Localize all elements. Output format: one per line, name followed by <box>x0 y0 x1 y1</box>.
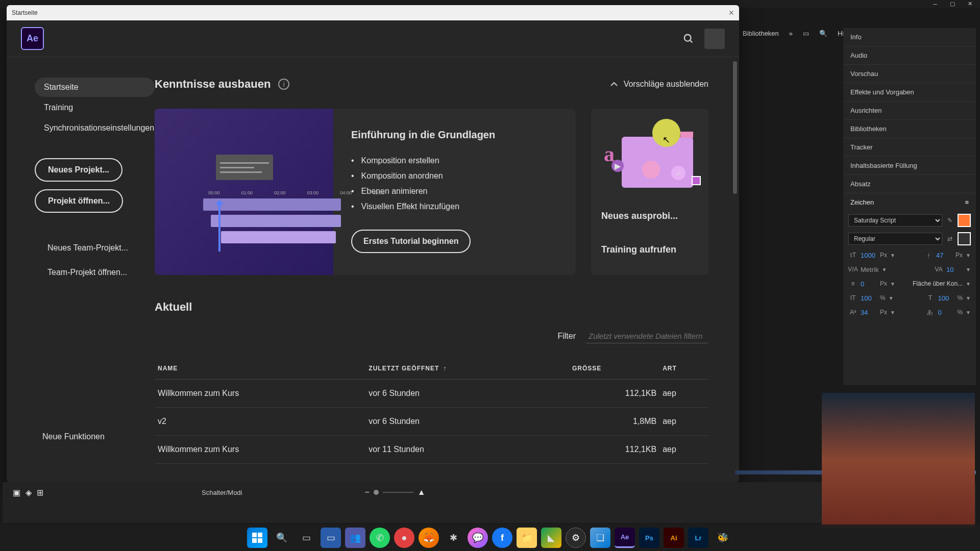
new-features-link[interactable]: Neue Funktionen <box>35 432 155 441</box>
filter-input[interactable] <box>586 329 708 343</box>
taskbar-edge[interactable]: ▭ <box>321 528 341 548</box>
scrollbar[interactable] <box>733 61 737 194</box>
start-tutorial-button[interactable]: Erstes Tutorial beginnen <box>351 230 471 253</box>
webcam-overlay <box>822 393 975 528</box>
open-team-project-link[interactable]: Team-Projekt öffnen... <box>35 268 155 277</box>
font-style-select[interactable]: Regular <box>848 233 942 245</box>
panel-preview[interactable]: Vorschau <box>843 65 976 83</box>
open-training-link[interactable]: Training aufrufen <box>601 244 698 255</box>
vscale-icon: IT <box>848 293 857 303</box>
taskbar-whatsapp[interactable]: ✆ <box>370 528 390 548</box>
zoom-slider[interactable] <box>374 490 379 495</box>
new-project-button[interactable]: Neues Projekt... <box>35 158 122 182</box>
svg-line-1 <box>690 40 693 42</box>
col-size[interactable]: GRÖSSE <box>569 358 659 380</box>
col-opened[interactable]: ZULETZT GEÖFFNET↑ <box>365 358 569 380</box>
panel-menu-icon[interactable]: ≡ <box>965 198 969 206</box>
font-size-value[interactable]: 1000 <box>861 252 877 259</box>
table-row[interactable]: Willkommen zum Kurs vor 6 Stunden 112,1K… <box>155 380 708 408</box>
graph-icon[interactable]: ⊞ <box>37 488 43 497</box>
toggle-suggestions[interactable]: Vorschläge ausblenden <box>610 80 708 89</box>
panel-info[interactable]: Info <box>843 28 976 46</box>
leading-value[interactable]: 47 <box>936 252 952 259</box>
info-icon[interactable]: i <box>278 79 289 90</box>
vscale-value[interactable]: 100 <box>861 294 877 302</box>
taskbar-lightroom[interactable]: Lr <box>688 528 708 548</box>
sidebar-item-home[interactable]: Startseite <box>35 78 155 97</box>
search-button[interactable]: 🔍 <box>272 528 292 548</box>
panel-content-fill[interactable]: Inhaltsbasierte Füllung <box>843 157 976 175</box>
expand-icon[interactable]: » <box>789 30 793 37</box>
open-project-button[interactable]: Projekt öffnen... <box>35 189 123 213</box>
stroke-color-swatch[interactable] <box>958 232 971 245</box>
maximize-button[interactable]: ▢ <box>950 1 955 7</box>
tsume-value[interactable]: 0 <box>938 309 954 316</box>
font-family-select[interactable]: Saturday Script <box>848 214 942 227</box>
taskbar-illustrator[interactable]: Ai <box>664 528 684 548</box>
taskbar-obs[interactable]: ⚙ <box>566 528 586 548</box>
close-button[interactable]: ✕ <box>968 1 972 7</box>
taskbar-explorer[interactable]: 📁 <box>517 528 537 548</box>
tsume-icon: あ <box>925 308 935 317</box>
taskbar-app2[interactable]: ✱ <box>443 528 463 548</box>
panel-icon[interactable]: ▭ <box>803 30 809 37</box>
stroke-value[interactable]: 0 <box>861 280 877 288</box>
start-button[interactable] <box>247 528 267 548</box>
panel-align[interactable]: Ausrichten <box>843 102 976 120</box>
taskbar-drive[interactable]: ◣ <box>541 528 561 548</box>
panel-libraries[interactable]: Bibliotheken <box>843 120 976 138</box>
taskbar-photoshop[interactable]: Ps <box>639 528 659 548</box>
dropdown-icon[interactable]: ▼ <box>890 253 895 258</box>
fill-color-swatch[interactable] <box>958 214 971 227</box>
col-name[interactable]: NAME <box>155 358 365 380</box>
taskbar-app[interactable]: ● <box>394 528 414 548</box>
switches-icon[interactable]: ▣ <box>13 488 20 497</box>
hscale-value[interactable]: 100 <box>938 294 954 302</box>
intro-card: 00:00 01:00 02:00 03:00 04:00 05:00 <box>155 109 576 275</box>
tracking-value[interactable]: 10 <box>946 266 963 273</box>
kerning-value[interactable]: Metrik <box>861 266 878 273</box>
switches-label[interactable]: Schalter/Modi <box>202 489 242 496</box>
col-type[interactable]: ART <box>659 358 708 380</box>
taskbar-messenger[interactable]: 💬 <box>468 528 488 548</box>
swap-icon[interactable]: ⇄ <box>945 234 954 243</box>
baseline-icon: Aª <box>848 308 857 317</box>
taskbar-aftereffects[interactable]: Ae <box>615 528 635 548</box>
baseline-value[interactable]: 34 <box>861 309 877 316</box>
try-new-card[interactable]: a ✓ ↖ ▶ Neues ausprobi... Training aufru… <box>591 109 708 275</box>
svg-rect-3 <box>258 533 262 537</box>
intro-illustration: 00:00 01:00 02:00 03:00 04:00 05:00 <box>155 109 333 275</box>
modal-close-icon[interactable]: × <box>728 8 734 18</box>
taskbar-vscode[interactable]: ❏ <box>590 528 610 548</box>
modal-title: Startseite <box>12 9 38 16</box>
table-row[interactable]: Willkommen zum Kurs vor 11 Stunden 112,1… <box>155 436 708 464</box>
sidebar-item-sync[interactable]: Synchronisationseinstellungen <box>35 118 155 138</box>
task-view-button[interactable]: ▭ <box>296 528 316 548</box>
try-card-title: Neues ausprobi... <box>601 211 698 221</box>
taskbar-teams[interactable]: 👥 <box>345 528 365 548</box>
panel-character[interactable]: Zeichen <box>850 198 874 206</box>
search-help-icon[interactable]: 🔍 <box>819 30 827 37</box>
table-row[interactable]: v2 vor 6 Stunden 1,8MB aep <box>155 408 708 436</box>
avatar[interactable] <box>704 29 725 49</box>
taskbar-app3[interactable]: 🐝 <box>713 528 733 548</box>
search-icon[interactable] <box>683 33 694 44</box>
intro-item: Komposition erstellen <box>351 153 558 168</box>
modes-icon[interactable]: ◈ <box>26 488 32 497</box>
panel-paragraph[interactable]: Absatz <box>843 175 976 193</box>
taskbar-facebook[interactable]: f <box>492 528 512 548</box>
panel-effects[interactable]: Effekte und Vorgaben <box>843 83 976 102</box>
sidebar-item-training[interactable]: Training <box>35 98 155 117</box>
zoom-in-icon[interactable]: ▲ <box>418 488 426 497</box>
panel-audio[interactable]: Audio <box>843 46 976 65</box>
leading-icon: ⟊ <box>924 251 933 260</box>
stroke-over-label[interactable]: Fläche über Kon... <box>913 280 963 287</box>
eyedropper-icon[interactable]: ✎ <box>945 216 954 225</box>
new-team-project-link[interactable]: Neues Team-Projekt... <box>35 243 155 253</box>
zoom-out-icon[interactable]: − <box>364 488 369 497</box>
panel-tracker[interactable]: Tracker <box>843 138 976 157</box>
minimize-button[interactable]: ─ <box>933 1 937 7</box>
taskbar-firefox[interactable]: 🦊 <box>419 528 439 548</box>
app-logo: Ae <box>21 27 44 50</box>
libraries-tab[interactable]: Bibliotheken <box>743 30 779 37</box>
